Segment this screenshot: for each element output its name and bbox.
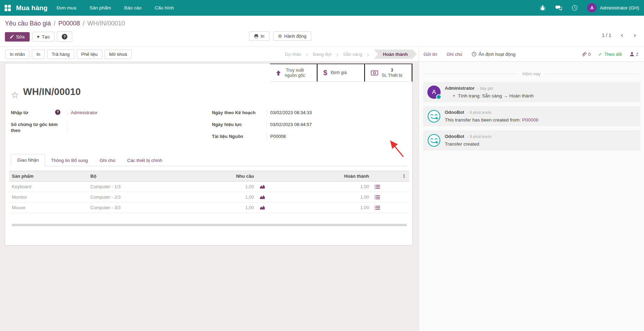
favorite-star-icon[interactable]: ☆ — [11, 90, 19, 100]
statusbar-step[interactable]: Sẵn sàng — [343, 51, 374, 58]
field-help-icon[interactable]: ? — [55, 110, 60, 115]
message-author[interactable]: OdooBot — [445, 134, 464, 139]
nav-menus: Đơn muaSản phẩmBáo cáoCấu hình — [57, 5, 174, 10]
document-buttons: In nhãnInTrả hàngPhế liệuMở khoá — [5, 50, 132, 59]
odoo-inventory-transfer-screen: Mua hàng Đơn muaSản phẩmBáo cáoCấu hình — [0, 0, 644, 331]
detailed-operations-icon[interactable] — [375, 185, 380, 189]
message-body: •Tình trạng: Sẵn sàng → Hoàn thành — [445, 93, 534, 98]
schedule-activity-button[interactable]: Ấn định hoạt động — [472, 52, 516, 57]
traceability-stat-button[interactable]: Truy xuất nguồn gốc — [270, 64, 317, 82]
col-product[interactable]: Sản phẩm — [9, 171, 88, 182]
chatter-message: A OdooBot — [423, 106, 641, 126]
col-set[interactable]: Bộ — [88, 171, 177, 182]
document-action-button[interactable]: In nhãn — [5, 50, 29, 59]
paperclip-icon — [582, 52, 586, 57]
operations-table: Sản phẩm Bộ Nhu cầu Hoàn thành ⋮ Keyboar… — [9, 171, 409, 213]
pager-previous-icon[interactable]: ‹ — [620, 32, 623, 38]
user-menu[interactable]: A Administrator (GH) — [587, 3, 639, 13]
cell-product: Mouse — [9, 203, 88, 213]
message-body: •Transfer created — [445, 141, 492, 147]
help-button[interactable]: ? — [57, 31, 72, 42]
user-avatar: A — [587, 3, 597, 13]
notebook-tab[interactable]: Giao Nhận — [11, 154, 45, 166]
fields-right-column: Ngày theo Kế hoạch ? 03/02/2023 08:34:33… — [212, 109, 407, 145]
question-circle-icon: ? — [62, 34, 67, 39]
cell-set: Computer - 1/3 — [88, 182, 177, 192]
send-message-button[interactable]: Gửi tin — [424, 52, 437, 57]
debug-bug-icon[interactable] — [539, 5, 546, 12]
chatter-topbar: Gửi tin Ghi chú Ấn định hoạt động 0 — [419, 47, 644, 61]
message-author[interactable]: OdooBot — [445, 110, 464, 115]
action-button[interactable]: ⚙ Hành động — [273, 31, 311, 41]
statusbar-step[interactable]: Dự thảo — [285, 51, 313, 58]
fields-left-column: Nhập từ ? Administrator Số chứng từ gốc … — [11, 109, 206, 145]
nav-menu-item[interactable]: Báo cáo — [124, 5, 142, 10]
detailed-operations-icon[interactable] — [375, 206, 380, 210]
detailed-operations-icon[interactable] — [375, 195, 380, 199]
breadcrumb: Yêu cầu Báo giá / P00008 / WH/IN/00010 — [5, 20, 125, 27]
col-demand[interactable]: Nhu cầu — [177, 171, 257, 182]
odoobot-avatar — [427, 110, 441, 123]
create-button[interactable]: + Tạo — [32, 32, 55, 42]
nav-menu-item[interactable]: Sản phẩm — [89, 5, 111, 10]
print-button[interactable]: In — [249, 31, 269, 41]
dollar-icon: $ — [323, 69, 327, 77]
messages-icon[interactable] — [555, 5, 562, 12]
attachments-button[interactable]: 0 — [582, 52, 591, 57]
statusbar-step[interactable]: Đang đợi — [313, 51, 343, 58]
bullet: • — [453, 93, 455, 98]
record-title: WH/IN/00010 — [23, 87, 81, 97]
document-action-button[interactable]: Trả hàng — [47, 50, 74, 59]
odoobot-avatar — [427, 134, 441, 147]
message-author[interactable]: Administrator — [445, 86, 474, 91]
arrow-up-icon — [276, 70, 281, 76]
table-row[interactable]: Monitor Computer - 2/3 1,00 1,00 — [9, 192, 409, 203]
apps-grid-icon[interactable] — [0, 0, 15, 16]
chatter-panel: Hôm nay A — [419, 62, 644, 331]
nav-right-group: A Administrator (GH) — [539, 3, 644, 13]
form-field: Ngày hiệu lực ? 03/02/2023 08:44:57 — [212, 121, 407, 128]
app-name[interactable]: Mua hàng — [16, 4, 47, 12]
form-field: Số chứng từ gốc kèm theo ? — [11, 121, 206, 134]
nav-menu-item[interactable]: Đơn mua — [57, 5, 76, 10]
document-action-button[interactable]: Phế liệu — [77, 50, 102, 59]
notebook-tab[interactable]: Thông tin Bổ sung — [45, 155, 94, 166]
device-count-stat-button[interactable]: 3 SL Thiết bị — [365, 64, 412, 82]
follow-button[interactable]: ✓ Theo dõi — [598, 52, 622, 57]
table-row[interactable]: Mouse Computer - 3/3 1,00 1,00 — [9, 203, 409, 213]
field-value[interactable] — [67, 121, 71, 122]
cell-demand: 1,00 — [177, 203, 257, 213]
activities-clock-icon[interactable] — [571, 5, 578, 12]
field-value[interactable]: Administrator — [67, 109, 98, 116]
followers-button[interactable]: 2 — [630, 52, 638, 57]
document-action-button[interactable]: Mở khoá — [105, 50, 132, 59]
col-done[interactable]: Hoàn thành — [292, 171, 372, 182]
notebook-tab[interactable]: Ghi chú — [94, 155, 121, 166]
forecast-chart-icon[interactable] — [260, 184, 265, 189]
form-sheet: Truy xuất nguồn gốc $ Định giá — [5, 63, 413, 245]
cell-set: Computer - 2/3 — [88, 192, 177, 203]
notebook-tab[interactable]: Các thiết bị chính — [121, 155, 168, 166]
document-action-button[interactable]: In — [32, 50, 45, 59]
cell-done: 1,00 — [292, 182, 372, 192]
forecast-chart-icon[interactable] — [260, 195, 265, 199]
forecast-chart-icon[interactable] — [260, 205, 265, 210]
breadcrumb-link-rfq[interactable]: Yêu cầu Báo giá — [5, 20, 51, 27]
clock-icon — [472, 52, 477, 57]
log-note-button[interactable]: Ghi chú — [447, 52, 462, 57]
pager: 1 / 1 ‹ › — [602, 32, 636, 38]
valuation-stat-button[interactable]: $ Định giá — [317, 64, 365, 82]
edit-button[interactable]: Sửa — [5, 32, 30, 42]
breadcrumb-link-p00008[interactable]: P00008 — [58, 20, 80, 27]
cell-done: 1,00 — [292, 203, 372, 213]
nav-menu-item[interactable]: Cấu hình — [155, 5, 174, 10]
cell-demand: 1,00 — [177, 182, 257, 192]
admin-avatar: A — [427, 86, 441, 99]
message-record-link[interactable]: P00008 — [522, 117, 538, 123]
pencil-icon — [10, 35, 14, 39]
table-row[interactable]: Keyboard Computer - 1/3 1,00 1,00 — [9, 182, 409, 192]
pager-next-icon[interactable]: › — [633, 32, 636, 38]
statusbar-step[interactable]: Hoàn thành — [374, 50, 417, 59]
list-options-icon[interactable]: ⋮ — [402, 174, 406, 179]
field-label: Ngày hiệu lực — [212, 122, 242, 127]
